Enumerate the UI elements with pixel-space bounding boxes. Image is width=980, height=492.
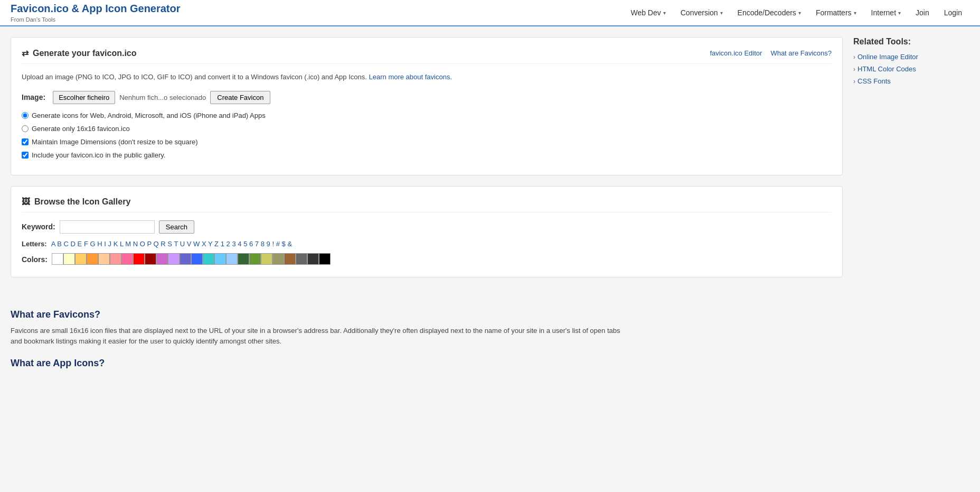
letter-link-E[interactable]: E [78,240,82,248]
letter-link-&[interactable]: & [287,240,292,248]
letter-link-A[interactable]: A [51,240,55,248]
color-swatch-4[interactable] [98,253,110,265]
color-swatch-9[interactable] [156,253,168,265]
letter-link-K[interactable]: K [114,240,118,248]
color-swatch-14[interactable] [214,253,226,265]
letter-link-X[interactable]: X [202,240,206,248]
letter-link-Q[interactable]: Q [154,240,159,248]
favicon-editor-link[interactable]: favicon.ico Editor [710,49,762,57]
color-swatch-18[interactable] [261,253,272,265]
letter-link-H[interactable]: H [97,240,102,248]
letter-link-3[interactable]: 3 [232,240,235,248]
related-link-html-color-codes[interactable]: HTML Color Codes [858,65,916,73]
letter-link-#[interactable]: # [276,240,280,248]
content-area: ⇄ Generate your favicon.ico favicon.ico … [11,37,843,288]
color-swatch-11[interactable] [180,253,191,265]
checkbox-public-gallery[interactable] [22,152,29,159]
letter-link-V[interactable]: V [187,240,192,248]
color-swatch-23[interactable] [319,253,331,265]
letters-container: A B C D E F G H I J K L M N O P Q R S T … [51,240,292,248]
letter-link-2[interactable]: 2 [227,240,230,248]
related-arrow-icon: › [853,53,855,61]
nav-item-web-dev[interactable]: Web Dev▾ [623,0,673,26]
radio-option-2-row: Generate only 16x16 favicon.ico [22,125,832,133]
color-swatch-3[interactable] [87,253,98,265]
letter-link-$[interactable]: $ [282,240,286,248]
what-are-favicons-link[interactable]: What are Favicons? [770,49,832,57]
letter-link-S[interactable]: S [167,240,172,248]
letter-link-L[interactable]: L [120,240,124,248]
letter-link-Y[interactable]: Y [208,240,212,248]
color-swatch-15[interactable] [226,253,238,265]
color-swatch-7[interactable] [133,253,145,265]
colors-container [52,253,331,266]
image-label: Image: [22,93,45,101]
checkbox-maintain-dimensions[interactable] [22,138,29,145]
checkbox-public-gallery-row: Include your favicon.ico in the public g… [22,151,832,159]
choose-file-button[interactable]: Escolher ficheiro [53,91,115,104]
color-swatch-20[interactable] [284,253,296,265]
letter-link-G[interactable]: G [90,240,95,248]
color-swatch-0[interactable] [52,253,63,265]
color-swatch-1[interactable] [63,253,75,265]
letter-link-R[interactable]: R [161,240,165,248]
letter-link-F[interactable]: F [84,240,88,248]
letter-link-1[interactable]: 1 [221,240,224,248]
letter-link-8[interactable]: 8 [261,240,265,248]
color-swatch-16[interactable] [238,253,249,265]
nav-item-login[interactable]: Login [937,0,969,26]
related-arrow-icon: › [853,78,855,85]
letter-link-I[interactable]: I [104,240,106,248]
letter-link-U[interactable]: U [180,240,185,248]
letter-link-O[interactable]: O [140,240,145,248]
color-swatch-10[interactable] [168,253,180,265]
colors-label: Colors: [22,255,48,264]
nav-arrow-icon: ▾ [898,10,901,16]
file-name-display: Nenhum fich...o selecionado [119,94,206,101]
nav-item-internet[interactable]: Internet▾ [864,0,908,26]
learn-more-link[interactable]: Learn more about favicons. [369,73,453,81]
color-swatch-19[interactable] [272,253,284,265]
letter-link-9[interactable]: 9 [267,240,270,248]
color-swatch-6[interactable] [121,253,133,265]
letter-link-Z[interactable]: Z [214,240,219,248]
letter-link-B[interactable]: B [57,240,62,248]
nav-item-join[interactable]: Join [908,0,937,26]
color-swatch-12[interactable] [191,253,203,265]
keyword-row: Keyword: Search [22,220,832,234]
color-swatch-13[interactable] [203,253,214,265]
letter-link-W[interactable]: W [193,240,200,248]
color-swatch-21[interactable] [296,253,307,265]
radio-all-icons[interactable] [22,112,29,119]
generate-favicon-card: ⇄ Generate your favicon.ico favicon.ico … [11,37,843,175]
keyword-input[interactable] [60,220,155,234]
sidebar: Related Tools: ›Online Image Editor›HTML… [853,37,969,288]
color-swatch-2[interactable] [75,253,87,265]
color-swatch-5[interactable] [110,253,121,265]
color-swatch-8[interactable] [145,253,156,265]
search-button[interactable]: Search [159,220,194,234]
letter-link-M[interactable]: M [125,240,131,248]
related-link-online-image-editor[interactable]: Online Image Editor [858,53,918,61]
nav-item-conversion[interactable]: Conversion▾ [673,0,730,26]
letter-link-N[interactable]: N [133,240,138,248]
color-swatch-22[interactable] [307,253,319,265]
letter-link-6[interactable]: 6 [249,240,253,248]
letter-link-P[interactable]: P [147,240,152,248]
color-swatch-17[interactable] [249,253,261,265]
radio-16x16-only[interactable] [22,125,29,132]
letter-link-D[interactable]: D [71,240,76,248]
letter-link-![interactable]: ! [272,240,274,248]
letter-link-5[interactable]: 5 [243,240,247,248]
letter-link-4[interactable]: 4 [238,240,241,248]
nav-item-formatters[interactable]: Formatters▾ [808,0,864,26]
letter-link-7[interactable]: 7 [255,240,259,248]
related-link-css-fonts[interactable]: CSS Fonts [858,77,891,85]
create-favicon-button[interactable]: Create Favicon [210,91,270,104]
letter-link-C[interactable]: C [64,240,69,248]
site-title[interactable]: Favicon.ico & App Icon Generator [11,3,181,14]
letter-link-J[interactable]: J [108,240,112,248]
main-layout: ⇄ Generate your favicon.ico favicon.ico … [0,26,980,299]
letter-link-T[interactable]: T [174,240,178,248]
nav-item-encode-decoders[interactable]: Encode/Decoders▾ [730,0,808,26]
